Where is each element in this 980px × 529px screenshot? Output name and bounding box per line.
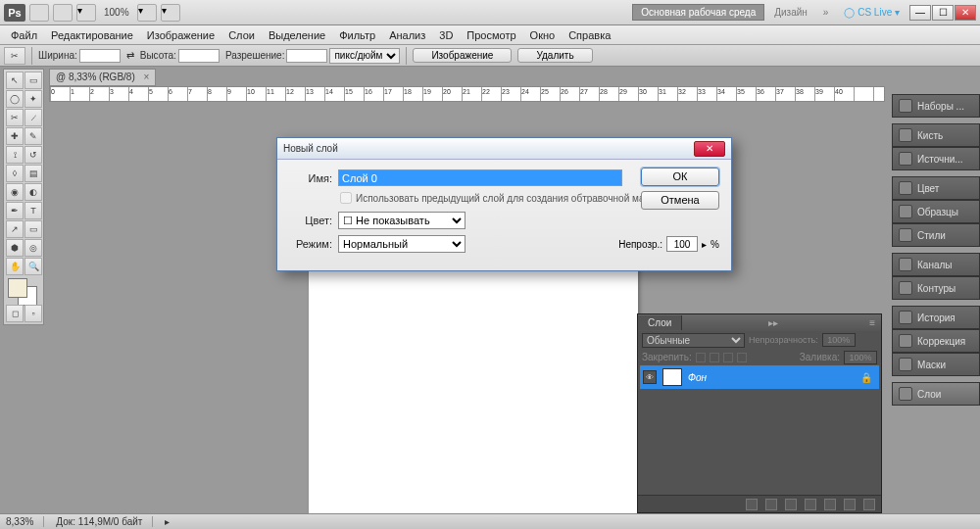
- fill-value[interactable]: 100%: [844, 351, 877, 364]
- window-close-button[interactable]: ✕: [955, 5, 976, 21]
- group-icon[interactable]: [824, 499, 836, 510]
- status-doc-size[interactable]: Док: 114,9M/0 байт: [56, 516, 153, 527]
- status-zoom[interactable]: 8,33%: [6, 516, 44, 527]
- menu-window[interactable]: Окно: [523, 27, 563, 43]
- layers-menu-icon[interactable]: ≡: [863, 317, 881, 328]
- mask-icon[interactable]: [785, 499, 797, 510]
- color-swatch[interactable]: [6, 276, 24, 304]
- new-layer-icon[interactable]: [844, 499, 856, 510]
- panel-brush[interactable]: Кисть: [892, 123, 980, 147]
- delete-button[interactable]: Удалить: [517, 48, 592, 63]
- pen-tool-icon[interactable]: ✒: [6, 202, 24, 219]
- width-input[interactable]: [79, 49, 121, 63]
- blend-mode-select[interactable]: Обычные: [642, 333, 745, 348]
- name-input[interactable]: [338, 169, 622, 186]
- panel-history[interactable]: История: [892, 306, 980, 329]
- workspace-design-button[interactable]: Дизайн: [768, 5, 813, 20]
- menu-analysis[interactable]: Анализ: [382, 27, 432, 43]
- swap-icon[interactable]: ⇄: [126, 50, 134, 61]
- path-tool-icon[interactable]: ↗: [6, 220, 24, 238]
- screenmode-icon[interactable]: ▫: [24, 305, 42, 322]
- status-arrow-icon[interactable]: ▸: [165, 516, 170, 527]
- dodge-tool-icon[interactable]: ◐: [24, 183, 42, 201]
- opacity-value[interactable]: 100%: [822, 333, 856, 347]
- eyedropper-tool-icon[interactable]: ⟋: [24, 109, 42, 126]
- color-select[interactable]: ☐ Не показывать: [338, 212, 466, 229]
- bridge-icon[interactable]: [29, 4, 49, 22]
- gradient-tool-icon[interactable]: ▤: [24, 165, 42, 182]
- window-minimize-button[interactable]: —: [909, 5, 931, 21]
- heal-tool-icon[interactable]: ✚: [6, 127, 24, 145]
- panel-styles[interactable]: Стили: [892, 223, 980, 247]
- lock-all-icon[interactable]: [723, 353, 733, 362]
- resolution-input[interactable]: [286, 49, 327, 63]
- brush-tool-icon[interactable]: ✎: [24, 127, 42, 145]
- panel-presets[interactable]: Наборы ...: [892, 94, 980, 118]
- lock-pixels-icon[interactable]: [696, 353, 706, 362]
- panel-channels[interactable]: Каналы: [892, 253, 980, 276]
- shape-tool-icon[interactable]: ▭: [24, 220, 42, 238]
- delete-layer-icon[interactable]: [863, 499, 875, 510]
- marquee-tool-icon[interactable]: ▭: [24, 72, 42, 89]
- cancel-button[interactable]: Отмена: [641, 191, 719, 210]
- hand-tool-icon[interactable]: ✋: [6, 258, 24, 275]
- move-tool-icon[interactable]: ↖: [6, 72, 24, 89]
- menu-file[interactable]: Файл: [4, 27, 44, 43]
- panel-paths[interactable]: Контуры: [892, 276, 980, 300]
- panel-color[interactable]: Цвет: [892, 176, 980, 200]
- arrange-icon[interactable]: ▾: [76, 4, 96, 22]
- panel-swatches[interactable]: Образцы: [892, 200, 980, 223]
- fx-icon[interactable]: [765, 499, 777, 510]
- panel-source[interactable]: Источни...: [892, 147, 980, 170]
- ok-button[interactable]: ОК: [641, 168, 719, 186]
- lock-position-icon[interactable]: [710, 353, 719, 362]
- unit-select[interactable]: пикс/дюйм: [329, 48, 400, 64]
- zoom-tool-icon[interactable]: 🔍: [24, 258, 42, 275]
- workspace-main-button[interactable]: Основная рабочая среда: [632, 4, 764, 21]
- menu-select[interactable]: Выделение: [262, 27, 332, 43]
- crop-tool-icon[interactable]: ✂: [6, 109, 24, 126]
- panel-layers[interactable]: Слои: [892, 382, 980, 406]
- camera-tool-icon[interactable]: ◎: [24, 239, 42, 257]
- lock-transparency-icon[interactable]: [737, 353, 747, 362]
- mode-select[interactable]: Нормальный: [338, 235, 466, 253]
- cslive-button[interactable]: ◯ CS Live ▾: [838, 7, 906, 18]
- adjustment-icon[interactable]: [805, 499, 816, 510]
- menu-filter[interactable]: Фильтр: [332, 27, 382, 43]
- menu-view[interactable]: Просмотр: [460, 27, 522, 43]
- link-layers-icon[interactable]: [746, 499, 758, 510]
- layers-collapse-icon[interactable]: ▸▸: [762, 317, 784, 328]
- menu-layers[interactable]: Слои: [221, 27, 262, 43]
- document-tab[interactable]: @ 8,33% (RGB/8) ×: [49, 69, 156, 86]
- screen-mode-icon[interactable]: ▾: [137, 4, 157, 22]
- layers-tab[interactable]: Слои: [638, 315, 682, 330]
- wand-tool-icon[interactable]: ✦: [24, 90, 42, 108]
- eraser-tool-icon[interactable]: ◊: [6, 165, 24, 182]
- quickmask-icon[interactable]: ◻: [6, 305, 24, 322]
- crop-tool-icon[interactable]: ✂: [4, 47, 25, 65]
- menu-edit[interactable]: Редактирование: [44, 27, 140, 43]
- history-brush-tool-icon[interactable]: ↺: [24, 146, 42, 164]
- 3d-tool-icon[interactable]: ⬢: [6, 239, 24, 257]
- opacity-slider-icon[interactable]: ▸: [702, 239, 707, 250]
- height-input[interactable]: [178, 49, 220, 63]
- lasso-tool-icon[interactable]: ◯: [6, 90, 24, 108]
- menu-image[interactable]: Изображение: [140, 27, 221, 43]
- window-maximize-button[interactable]: ☐: [932, 5, 954, 21]
- layer-row[interactable]: 👁 Фон 🔒: [640, 365, 879, 389]
- stamp-tool-icon[interactable]: ⟟: [6, 146, 24, 164]
- panel-masks[interactable]: Маски: [892, 353, 980, 376]
- menu-help[interactable]: Справка: [562, 27, 617, 43]
- type-tool-icon[interactable]: T: [24, 202, 42, 219]
- visibility-icon[interactable]: 👁: [643, 370, 657, 384]
- zoom-level[interactable]: 100%: [100, 7, 133, 18]
- dialog-close-button[interactable]: ✕: [694, 141, 725, 157]
- image-button[interactable]: Изображение: [413, 48, 512, 63]
- workspace-more-button[interactable]: »: [817, 5, 835, 20]
- panel-adjustments[interactable]: Коррекция: [892, 329, 980, 353]
- minibridge-icon[interactable]: [53, 4, 73, 22]
- blur-tool-icon[interactable]: ◉: [6, 183, 24, 201]
- document-tab-close-icon[interactable]: ×: [144, 72, 150, 82]
- menu-3d[interactable]: 3D: [432, 27, 460, 43]
- layer-thumbnail[interactable]: [662, 368, 682, 386]
